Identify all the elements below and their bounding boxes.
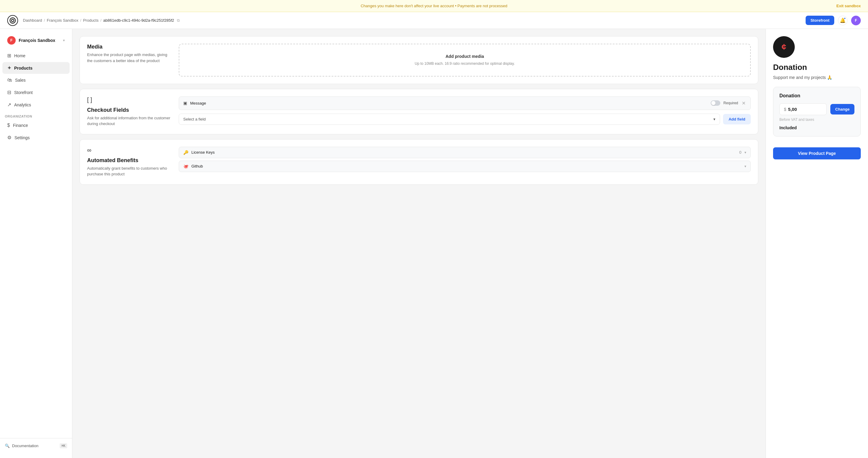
sidebar-item-sales-label: Sales (15, 78, 26, 83)
breadcrumb-workspace[interactable]: François Sandbox (47, 18, 79, 23)
workspace-icon: F (7, 36, 16, 44)
license-key-icon: 🔑 (183, 150, 188, 155)
license-key-name: License Keys (191, 150, 736, 155)
sidebar-item-settings[interactable]: ⚙ Settings (2, 132, 70, 143)
pricing-card-title: Donation (779, 93, 855, 99)
sidebar-item-finance-label: Finance (13, 123, 28, 128)
workspace-chevron-icon: ▾ (63, 38, 65, 42)
breadcrumb: Dashboard / François Sandbox / Products … (23, 18, 801, 23)
benefit-row-license: 🔑 License Keys 0 ▾ (179, 147, 751, 158)
logo (7, 15, 18, 26)
products-icon: ✦ (7, 65, 11, 71)
checkout-fields-card: [ ] Checkout Fields Ask for additional i… (80, 89, 758, 134)
github-chevron-icon[interactable]: ▾ (744, 164, 746, 168)
sidebar-item-analytics[interactable]: ↗ Analytics (2, 99, 70, 110)
sandbox-banner: Changes you make here don't affect your … (0, 0, 868, 12)
svg-point-0 (10, 18, 16, 23)
media-upload-title: Add product media (187, 54, 743, 59)
sidebar-item-home-label: Home (14, 53, 25, 58)
sandbox-banner-text: Changes you make here don't affect your … (361, 4, 507, 8)
media-upload-desc: Up to 10MB each. 16:9 ratio recommended … (187, 61, 743, 66)
sidebar-item-products-label: Products (14, 66, 33, 70)
exit-sandbox-button[interactable]: Exit sandbox (836, 4, 861, 8)
notifications-button[interactable]: 🔔 (838, 16, 847, 25)
storefront-icon: ⊟ (7, 90, 11, 95)
content-area: Media Enhance the product page with medi… (72, 29, 766, 458)
documentation-label: Documentation (12, 444, 38, 448)
checkout-description: Ask for additional information from the … (87, 115, 172, 127)
search-icon: 🔍 (5, 444, 10, 448)
breadcrumb-products[interactable]: Products (83, 18, 98, 23)
github-name: Github (191, 164, 741, 168)
license-key-count: 0 (739, 150, 741, 155)
benefits-section-icon: ∞ (87, 147, 172, 154)
settings-icon: ⚙ (7, 135, 11, 140)
price-input-row: $ 5,00 Change (779, 103, 855, 115)
home-icon: ⊞ (7, 53, 11, 59)
sidebar-item-home[interactable]: ⊞ Home (2, 50, 70, 62)
sidebar-item-storefront[interactable]: ⊟ Storefront (2, 87, 70, 98)
sidebar-item-storefront-label: Storefront (14, 90, 33, 95)
avatar[interactable]: F (851, 16, 861, 25)
price-input-wrap: $ 5,00 (779, 103, 827, 115)
message-field-icon: ▣ (183, 101, 187, 105)
sidebar: F François Sandbox ▾ ⊞ Home ✦ Products 🛍… (0, 29, 72, 458)
breadcrumb-dashboard[interactable]: Dashboard (23, 18, 42, 23)
product-description: Support me and my projects 🙏 (773, 74, 861, 81)
media-description: Enhance the product page with medias, gi… (87, 52, 172, 64)
documentation-button[interactable]: 🔍 Documentation ⌘K (2, 441, 70, 451)
sidebar-item-sales[interactable]: 🛍 Sales (2, 74, 70, 86)
license-chevron-icon[interactable]: ▾ (744, 150, 746, 155)
finance-icon: $ (7, 123, 10, 128)
product-avatar-initial: ¢ (781, 42, 786, 52)
change-price-button[interactable]: Change (830, 104, 855, 115)
sidebar-item-finance[interactable]: $ Finance (2, 120, 70, 131)
sidebar-item-products[interactable]: ✦ Products (2, 62, 70, 74)
remove-field-button[interactable]: ✕ (741, 100, 746, 107)
included-label: Included (779, 125, 855, 130)
media-upload-area[interactable]: Add product media Up to 10MB each. 16:9 … (179, 44, 751, 76)
price-value: 5,00 (788, 107, 797, 112)
pricing-card: Donation $ 5,00 Change Before VAT and ta… (773, 87, 861, 136)
breadcrumb-product-id: ab861edb-c9c1-494c-9d2a-f9c251f285f2 (103, 18, 174, 23)
org-section-label: ORGANIZATION (0, 111, 72, 119)
media-card: Media Enhance the product page with medi… (80, 36, 758, 84)
analytics-icon: ↗ (7, 102, 11, 107)
sidebar-item-analytics-label: Analytics (14, 102, 31, 107)
required-toggle[interactable] (711, 100, 720, 106)
benefits-description: Automatically grant benefits to customer… (87, 165, 172, 177)
select-field-placeholder: Select a field (183, 117, 206, 122)
workspace-selector[interactable]: F François Sandbox ▾ (2, 34, 70, 47)
main-layout: F François Sandbox ▾ ⊞ Home ✦ Products 🛍… (0, 29, 868, 458)
checkout-title: Checkout Fields (87, 107, 172, 113)
required-label: Required (723, 101, 738, 105)
workspace-name: François Sandbox (19, 38, 60, 43)
sidebar-bottom: 🔍 Documentation ⌘K (0, 438, 72, 453)
product-avatar: ¢ (773, 36, 795, 58)
message-field-name: Message (190, 101, 708, 105)
copy-icon[interactable]: ⧉ (177, 18, 180, 23)
add-field-row: Select a field ▾ Add field (179, 113, 751, 125)
storefront-button[interactable]: Storefront (806, 16, 834, 25)
svg-point-1 (11, 19, 14, 22)
top-header: Dashboard / François Sandbox / Products … (0, 12, 868, 29)
right-panel: ¢ Donation Support me and my projects 🙏 … (766, 29, 868, 458)
select-field-chevron-icon: ▾ (713, 117, 715, 122)
doc-shortcut: ⌘K (60, 443, 67, 448)
checkout-field-row: ▣ Message Required ✕ (179, 96, 751, 110)
price-currency: $ (784, 107, 786, 112)
add-field-button[interactable]: Add field (723, 114, 751, 125)
automated-benefits-card: ∞ Automated Benefits Automatically grant… (80, 139, 758, 185)
sales-icon: 🛍 (7, 77, 12, 83)
media-title: Media (87, 44, 172, 50)
checkout-section-icon: [ ] (87, 96, 172, 103)
github-icon: 🐙 (183, 164, 188, 169)
header-actions: Storefront 🔔 F (806, 16, 861, 25)
view-product-page-button[interactable]: View Product Page (773, 148, 861, 159)
sidebar-item-settings-label: Settings (14, 135, 30, 140)
notification-dot (844, 17, 846, 20)
product-name: Donation (773, 63, 861, 72)
benefits-title: Automated Benefits (87, 157, 172, 164)
benefit-row-github: 🐙 Github ▾ (179, 161, 751, 172)
select-field-dropdown[interactable]: Select a field ▾ (179, 113, 720, 125)
